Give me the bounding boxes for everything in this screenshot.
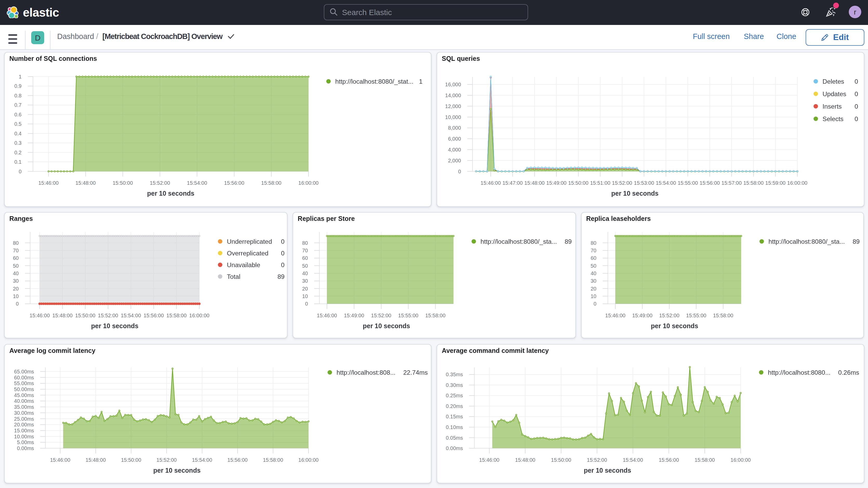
svg-text:30: 30 bbox=[13, 278, 19, 283]
svg-text:0: 0 bbox=[458, 169, 461, 174]
svg-text:0: 0 bbox=[281, 249, 285, 256]
svg-text:15:54:00: 15:54:00 bbox=[187, 180, 207, 186]
svg-text:15:49:00: 15:49:00 bbox=[546, 180, 566, 186]
svg-text:0: 0 bbox=[281, 238, 285, 245]
svg-text:15:56:00: 15:56:00 bbox=[144, 312, 164, 318]
svg-text:60: 60 bbox=[13, 255, 19, 261]
svg-text:0: 0 bbox=[855, 103, 858, 110]
svg-text:Underreplicated: Underreplicated bbox=[227, 238, 272, 245]
svg-text:1: 1 bbox=[19, 73, 22, 79]
svg-text:per 10 seconds: per 10 seconds bbox=[91, 322, 138, 329]
svg-text:2,000: 2,000 bbox=[448, 157, 461, 163]
svg-text:Inserts: Inserts bbox=[823, 103, 842, 110]
svg-text:15:56:00: 15:56:00 bbox=[659, 457, 679, 462]
svg-text:50.00ms: 50.00ms bbox=[14, 386, 34, 392]
svg-text:15:58:00: 15:58:00 bbox=[743, 180, 764, 186]
svg-text:15:58:00: 15:58:00 bbox=[166, 312, 187, 318]
svg-text:10: 10 bbox=[13, 293, 19, 299]
svg-text:15:49:00: 15:49:00 bbox=[632, 312, 652, 318]
svg-text:http://localhost:8080/_stat...: http://localhost:8080/_stat... bbox=[335, 78, 413, 85]
svg-text:15:54:00: 15:54:00 bbox=[121, 312, 141, 318]
svg-text:50: 50 bbox=[302, 263, 308, 268]
svg-text:15:48:00: 15:48:00 bbox=[515, 457, 535, 462]
svg-text:20: 20 bbox=[13, 285, 19, 291]
svg-text:55.00ms: 55.00ms bbox=[14, 380, 34, 386]
svg-text:15:46:00: 15:46:00 bbox=[480, 180, 501, 186]
svg-text:15:50:00: 15:50:00 bbox=[75, 312, 95, 318]
svg-text:http://localhost:8080/_sta...: http://localhost:8080/_sta... bbox=[480, 238, 557, 245]
svg-text:14,000: 14,000 bbox=[445, 92, 461, 98]
svg-text:30.00ms: 30.00ms bbox=[14, 410, 34, 416]
svg-text:Deletes: Deletes bbox=[823, 78, 844, 85]
svg-text:15:52:00: 15:52:00 bbox=[612, 180, 632, 186]
svg-text:15:56:00: 15:56:00 bbox=[224, 180, 244, 186]
svg-text:15:48:00: 15:48:00 bbox=[524, 180, 545, 186]
svg-text:16:00:00: 16:00:00 bbox=[298, 457, 319, 462]
svg-text:60: 60 bbox=[302, 255, 308, 261]
svg-text:0.00ms: 0.00ms bbox=[446, 445, 463, 451]
svg-text:15:50:00: 15:50:00 bbox=[568, 180, 588, 186]
svg-text:Total: Total bbox=[227, 273, 240, 280]
svg-text:15:54:00: 15:54:00 bbox=[623, 457, 643, 462]
svg-text:15:53:00: 15:53:00 bbox=[634, 180, 654, 186]
svg-text:40: 40 bbox=[302, 270, 308, 276]
svg-text:15:46:00: 15:46:00 bbox=[30, 312, 50, 318]
svg-text:89: 89 bbox=[564, 238, 571, 245]
svg-text:70: 70 bbox=[302, 247, 308, 253]
svg-text:15:57:00: 15:57:00 bbox=[721, 180, 742, 186]
svg-text:per 10 seconds: per 10 seconds bbox=[584, 466, 631, 474]
svg-text:40: 40 bbox=[590, 270, 596, 276]
svg-text:15:49:00: 15:49:00 bbox=[344, 312, 364, 318]
svg-text:15.00ms: 15.00ms bbox=[14, 427, 34, 433]
svg-text:0: 0 bbox=[305, 301, 308, 306]
svg-text:16:00:00: 16:00:00 bbox=[787, 180, 807, 186]
svg-text:1: 1 bbox=[419, 78, 423, 85]
svg-text:80: 80 bbox=[590, 240, 596, 246]
svg-text:per 10 seconds: per 10 seconds bbox=[147, 189, 194, 197]
svg-text:0.30ms: 0.30ms bbox=[446, 382, 463, 388]
svg-text:89: 89 bbox=[852, 238, 860, 245]
svg-text:20: 20 bbox=[590, 285, 596, 291]
svg-text:15:46:00: 15:46:00 bbox=[38, 180, 59, 186]
svg-text:16:00:00: 16:00:00 bbox=[298, 180, 319, 186]
svg-text:Unavailable: Unavailable bbox=[227, 261, 260, 268]
svg-text:15:46:00: 15:46:00 bbox=[317, 312, 337, 318]
svg-text:0: 0 bbox=[16, 301, 19, 306]
svg-text:per 10 seconds: per 10 seconds bbox=[153, 466, 200, 474]
svg-text:0: 0 bbox=[855, 90, 858, 97]
svg-text:70: 70 bbox=[13, 247, 19, 253]
svg-text:15:48:00: 15:48:00 bbox=[86, 457, 106, 462]
svg-text:15:46:00: 15:46:00 bbox=[479, 457, 499, 462]
svg-text:15:58:00: 15:58:00 bbox=[695, 457, 715, 462]
svg-text:30: 30 bbox=[302, 278, 308, 283]
svg-text:0.20ms: 0.20ms bbox=[446, 403, 463, 409]
svg-text:0: 0 bbox=[281, 261, 285, 268]
svg-text:4,000: 4,000 bbox=[448, 147, 461, 152]
svg-text:15:58:00: 15:58:00 bbox=[261, 180, 281, 186]
svg-text:60.00ms: 60.00ms bbox=[14, 374, 34, 380]
svg-text:16:00:00: 16:00:00 bbox=[731, 457, 751, 462]
svg-text:8,000: 8,000 bbox=[448, 125, 461, 130]
svg-text:15:46:00: 15:46:00 bbox=[50, 457, 70, 462]
svg-text:15:55:00: 15:55:00 bbox=[398, 312, 418, 318]
svg-text:0.15ms: 0.15ms bbox=[446, 414, 463, 419]
svg-text:per 10 seconds: per 10 seconds bbox=[363, 322, 410, 329]
svg-text:35.00ms: 35.00ms bbox=[14, 404, 34, 409]
svg-text:16,000: 16,000 bbox=[445, 81, 461, 87]
svg-text:0.1: 0.1 bbox=[14, 159, 22, 164]
svg-text:0.26ms: 0.26ms bbox=[838, 369, 859, 376]
svg-text:15:56:00: 15:56:00 bbox=[700, 180, 720, 186]
svg-text:16:00:00: 16:00:00 bbox=[189, 312, 210, 318]
svg-text:15:46:00: 15:46:00 bbox=[605, 312, 625, 318]
svg-text:15:48:00: 15:48:00 bbox=[75, 180, 96, 186]
svg-text:10.00ms: 10.00ms bbox=[14, 433, 34, 439]
svg-text:50: 50 bbox=[13, 263, 19, 268]
svg-text:25.00ms: 25.00ms bbox=[14, 416, 34, 422]
svg-text:89: 89 bbox=[278, 273, 285, 280]
svg-text:0.7: 0.7 bbox=[14, 102, 22, 108]
svg-text:15:58:00: 15:58:00 bbox=[263, 457, 283, 462]
svg-text:5.00ms: 5.00ms bbox=[17, 439, 34, 445]
svg-text:15:47:00: 15:47:00 bbox=[502, 180, 523, 186]
svg-text:40: 40 bbox=[13, 270, 19, 276]
svg-text:0.8: 0.8 bbox=[14, 92, 22, 98]
